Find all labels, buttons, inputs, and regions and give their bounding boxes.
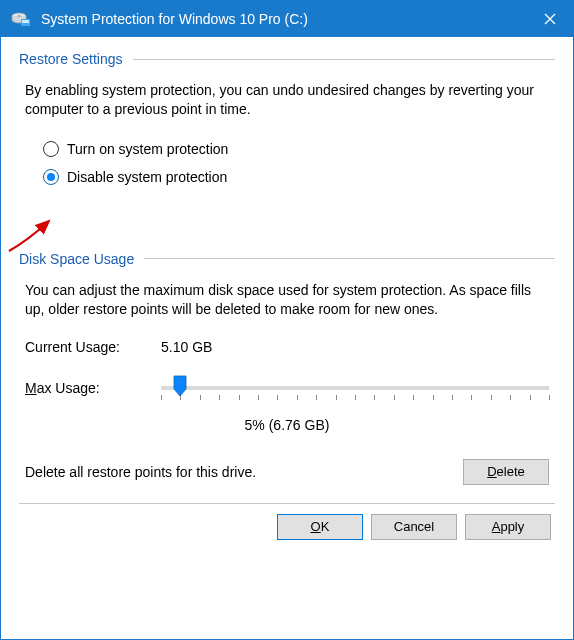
radio-disable[interactable]: Disable system protection	[43, 169, 555, 185]
current-usage-label: Current Usage:	[25, 339, 161, 355]
radio-turn-on[interactable]: Turn on system protection	[43, 141, 555, 157]
cancel-button[interactable]: Cancel	[371, 514, 457, 540]
disk-description: You can adjust the maximum disk space us…	[25, 281, 549, 319]
titlebar: System Protection for Windows 10 Pro (C:…	[1, 1, 573, 37]
radio-icon	[43, 141, 59, 157]
close-button[interactable]	[527, 1, 573, 37]
current-usage-value: 5.10 GB	[161, 339, 212, 355]
divider	[133, 59, 556, 60]
restore-description: By enabling system protection, you can u…	[25, 81, 549, 119]
close-icon	[544, 13, 556, 25]
system-protection-dialog: System Protection for Windows 10 Pro (C:…	[0, 0, 574, 640]
slider-thumb-icon	[173, 375, 187, 397]
ok-button[interactable]: OK	[277, 514, 363, 540]
action-buttons: OK Cancel Apply	[19, 514, 555, 540]
max-usage-label: Max Usage:	[25, 380, 161, 396]
restore-settings-header: Restore Settings	[19, 51, 555, 67]
disk-space-header: Disk Space Usage	[19, 251, 555, 267]
slider-track	[161, 386, 549, 390]
apply-button[interactable]: Apply	[465, 514, 551, 540]
drive-icon	[11, 11, 31, 27]
current-usage-row: Current Usage: 5.10 GB	[25, 339, 549, 355]
slider-ticks	[161, 395, 549, 401]
divider	[19, 503, 555, 504]
max-usage-row: Max Usage:	[25, 373, 549, 403]
delete-button[interactable]: Delete	[463, 459, 549, 485]
divider	[144, 258, 555, 259]
slider-caption: 5% (6.76 GB)	[19, 417, 555, 433]
svg-rect-3	[22, 20, 29, 23]
max-usage-slider[interactable]	[161, 373, 549, 403]
dialog-body: Restore Settings By enabling system prot…	[1, 37, 573, 639]
radio-label: Disable system protection	[67, 169, 227, 185]
delete-description: Delete all restore points for this drive…	[25, 464, 463, 480]
radio-icon	[43, 169, 59, 185]
window-title: System Protection for Windows 10 Pro (C:…	[41, 11, 527, 27]
svg-point-1	[17, 15, 21, 17]
delete-row: Delete all restore points for this drive…	[25, 459, 549, 485]
radio-label: Turn on system protection	[67, 141, 228, 157]
protection-radio-group: Turn on system protection Disable system…	[43, 133, 555, 197]
